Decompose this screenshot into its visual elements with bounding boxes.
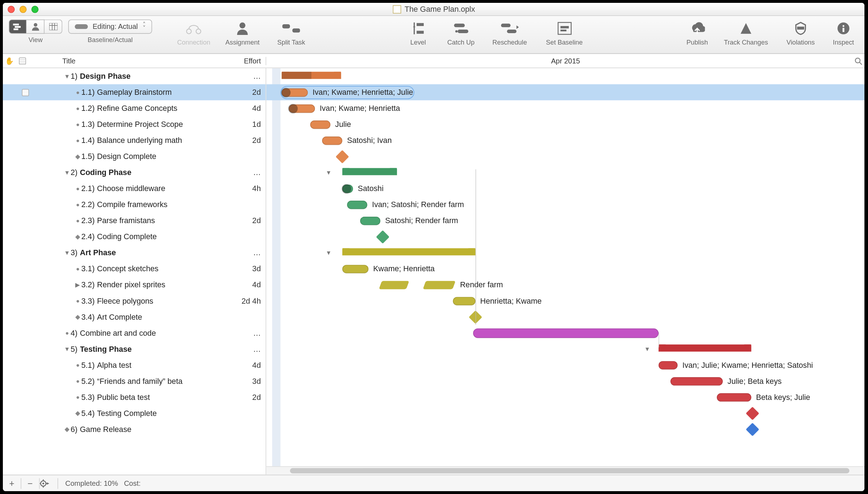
task-bar[interactable] [289,104,315,113]
disclosure-triangle[interactable]: ▼ [63,169,71,176]
toolbar-assignment[interactable]: Assignment [221,20,264,46]
milestone-diamond[interactable] [746,423,759,436]
gantt-row[interactable] [266,68,864,84]
phase-bar[interactable] [342,248,475,255]
toolbar-publish[interactable]: Publish [682,20,713,46]
phase-bar[interactable] [659,345,751,352]
gantt-row[interactable] [266,421,864,437]
scrollbar-thumb[interactable] [290,468,849,473]
group-collapse-triangle[interactable]: ▼ [326,249,332,256]
disclosure-triangle[interactable]: ▶ [74,282,81,288]
group-collapse-triangle[interactable]: ▼ [644,346,650,352]
gantt-row[interactable]: Ivan; Julie; Kwame; Henrietta; Satoshi [266,357,864,373]
outline-row[interactable]: ● 4)Combine art and code… [3,325,266,341]
column-title[interactable]: Title [29,57,232,65]
split-task-segment[interactable] [379,281,409,289]
milestone-diamond[interactable] [469,310,482,324]
task-bar[interactable] [347,201,367,209]
outline-row[interactable]: ● 2.1)Choose middleware4h [3,180,266,196]
gantt-row[interactable]: Satoshi [266,180,864,196]
gantt-row[interactable] [266,148,864,164]
task-bar[interactable] [717,393,751,401]
toolbar-set-baseline[interactable]: Set Baseline [537,20,592,46]
gantt-row[interactable] [266,309,864,325]
remove-button[interactable]: − [21,478,39,488]
gantt-row[interactable]: Julie [266,116,864,132]
notes-column-icon[interactable] [16,57,29,65]
disclosure-triangle[interactable]: ▼ [63,346,71,352]
task-bar[interactable] [670,377,723,385]
outline-row[interactable]: ◆ 5.4)Testing Complete [3,405,266,421]
column-effort[interactable]: Effort [232,57,265,65]
view-calendar-button[interactable] [45,20,62,34]
gantt-row[interactable]: ▼ [266,341,864,357]
phase-bar[interactable] [282,72,341,79]
outline-row[interactable]: ▼ 1)Design Phase… [3,68,266,84]
outline-row[interactable]: ● 2.3)Parse framistans2d [3,212,266,228]
add-button[interactable]: + [3,478,21,488]
milestone-diamond[interactable] [376,230,389,244]
outline-row[interactable]: ◆ 3.4)Art Complete [3,309,266,325]
view-resource-button[interactable] [27,20,45,34]
milestone-diamond[interactable] [746,407,759,420]
task-bar[interactable] [322,137,342,145]
gantt-row[interactable]: Julie; Beta keys [266,373,864,389]
outline-row[interactable]: ◆ 2.4)Coding Complete [3,228,266,245]
task-bar[interactable] [453,297,475,305]
gantt-row[interactable]: Ivan; Kwame; Henrietta [266,100,864,116]
gantt-row[interactable]: ▼ [266,164,864,180]
gear-menu-button[interactable] [40,479,57,487]
outline-row[interactable]: ● 2.2)Compile frameworks [3,196,266,212]
gantt-row[interactable]: Henrietta; Kwame [266,293,864,309]
outline-row[interactable]: ● 1.1)Gameplay Brainstorm2d [3,84,266,100]
outline-row[interactable]: ▼ 2)Coding Phase… [3,164,266,180]
toolbar-level[interactable]: Level [403,20,434,46]
outline-row[interactable]: ▼ 5)Testing Phase… [3,341,266,357]
disclosure-triangle[interactable]: ▼ [63,73,71,79]
gantt-row[interactable]: Beta keys; Julie [266,389,864,405]
outline-row[interactable]: ▶ 3.2)Render pixel sprites4d [3,277,266,293]
toolbar-split-task[interactable]: Split Task [270,20,313,46]
toolbar-catch-up[interactable]: Catch Up [439,20,482,46]
outline-row[interactable]: ● 1.3)Determine Project Scope1d [3,116,266,132]
gantt-row[interactable]: Ivan; Satoshi; Render farm [266,196,864,212]
gantt-row[interactable]: Satoshi; Ivan [266,132,864,148]
outline-row[interactable]: ● 1.2)Refine Game Concepts4d [3,100,266,116]
gantt-row[interactable]: Ivan; Kwame; Henrietta; Julie [266,84,864,100]
outline-row[interactable]: ● 3.1)Concept sketches3d [3,261,266,277]
phase-bar[interactable] [342,168,397,175]
grab-column-icon[interactable]: ✋ [3,57,16,65]
task-bar[interactable] [282,88,308,97]
outline-pane[interactable]: ▼ 1)Design Phase…● 1.1)Gameplay Brainsto… [3,68,266,474]
gantt-row[interactable]: Render farm [266,277,864,293]
task-bar[interactable] [342,265,368,273]
task-bar[interactable] [310,120,331,129]
task-bar[interactable] [342,185,353,193]
outline-row[interactable]: ◆ 6)Game Release [3,421,266,437]
outline-row[interactable]: ● 3.3)Fleece polygons2d 4h [3,293,266,309]
gantt-row[interactable] [266,405,864,421]
view-gantt-button[interactable] [9,20,27,34]
outline-row[interactable]: ● 5.3)Public beta test2d [3,389,266,405]
toolbar-connection[interactable]: Connection [172,20,215,46]
toolbar-reschedule[interactable]: Reschedule [488,20,531,46]
gantt-pane[interactable]: Ivan; Kwame; Henrietta; JulieIvan; Kwame… [266,68,864,474]
milestone-diamond[interactable] [336,150,349,164]
toolbar-inspect[interactable]: Inspect [828,20,859,46]
task-bar[interactable] [473,329,659,338]
gantt-row[interactable]: ▼ [266,245,864,261]
task-bar[interactable] [360,217,381,225]
disclosure-triangle[interactable]: ▼ [63,249,71,256]
split-task-segment[interactable] [423,281,456,289]
outline-row[interactable]: ▼ 3)Art Phase… [3,245,266,261]
group-collapse-triangle[interactable]: ▼ [326,169,332,176]
gantt-horizontal-scrollbar[interactable] [266,466,864,474]
toolbar-violations[interactable]: Violations [779,20,822,46]
gantt-row[interactable] [266,325,864,341]
task-bar[interactable] [659,361,678,369]
outline-row[interactable]: ● 5.2)“Friends and family” beta3d [3,373,266,389]
gantt-row[interactable]: Satoshi; Render farm [266,212,864,228]
search-icon[interactable] [854,57,862,65]
outline-row[interactable]: ● 1.4)Balance underlying math2d [3,132,266,148]
toolbar-track-changes[interactable]: Track Changes [719,20,773,46]
